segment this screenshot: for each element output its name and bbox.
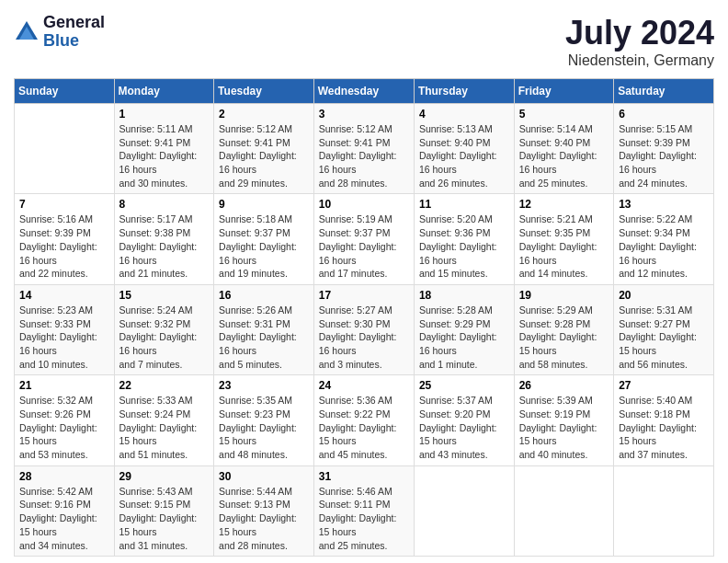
calendar-cell: 4Sunrise: 5:13 AMSunset: 9:40 PMDaylight… bbox=[414, 104, 514, 194]
calendar-cell: 17Sunrise: 5:27 AMSunset: 9:30 PMDayligh… bbox=[313, 284, 414, 374]
day-info: Sunrise: 5:31 AMSunset: 9:27 PMDaylight:… bbox=[619, 304, 709, 371]
day-number: 3 bbox=[319, 108, 409, 121]
day-info: Sunrise: 5:42 AMSunset: 9:16 PMDaylight:… bbox=[19, 485, 109, 552]
month-year-title: July 2024 bbox=[565, 14, 714, 52]
calendar-cell: 8Sunrise: 5:17 AMSunset: 9:38 PMDaylight… bbox=[114, 194, 214, 284]
calendar-cell: 15Sunrise: 5:24 AMSunset: 9:32 PMDayligh… bbox=[114, 284, 214, 374]
calendar-body: 1Sunrise: 5:11 AMSunset: 9:41 PMDaylight… bbox=[15, 104, 714, 557]
calendar-cell: 18Sunrise: 5:28 AMSunset: 9:29 PMDayligh… bbox=[414, 284, 514, 374]
day-info: Sunrise: 5:15 AMSunset: 9:39 PMDaylight:… bbox=[619, 122, 709, 190]
calendar-cell: 28Sunrise: 5:42 AMSunset: 9:16 PMDayligh… bbox=[15, 465, 115, 556]
day-number: 31 bbox=[319, 470, 409, 483]
day-number: 20 bbox=[619, 289, 709, 302]
day-number: 2 bbox=[219, 108, 309, 121]
day-number: 7 bbox=[19, 198, 109, 211]
day-info: Sunrise: 5:14 AMSunset: 9:40 PMDaylight:… bbox=[519, 122, 609, 190]
day-number: 13 bbox=[619, 198, 709, 211]
day-number: 27 bbox=[619, 379, 709, 392]
calendar-cell: 29Sunrise: 5:43 AMSunset: 9:15 PMDayligh… bbox=[114, 465, 214, 556]
calendar-cell: 30Sunrise: 5:44 AMSunset: 9:13 PMDayligh… bbox=[214, 465, 314, 556]
col-thursday: Thursday bbox=[414, 79, 514, 104]
day-number: 19 bbox=[519, 289, 609, 302]
col-sunday: Sunday bbox=[15, 79, 115, 104]
calendar-cell: 19Sunrise: 5:29 AMSunset: 9:28 PMDayligh… bbox=[514, 284, 614, 374]
calendar-cell bbox=[614, 465, 714, 556]
day-number: 6 bbox=[619, 108, 709, 121]
calendar-cell: 22Sunrise: 5:33 AMSunset: 9:24 PMDayligh… bbox=[114, 375, 214, 465]
calendar-cell: 31Sunrise: 5:46 AMSunset: 9:11 PMDayligh… bbox=[313, 465, 414, 556]
day-number: 10 bbox=[319, 198, 409, 211]
col-monday: Monday bbox=[114, 79, 214, 104]
day-info: Sunrise: 5:35 AMSunset: 9:23 PMDaylight:… bbox=[219, 394, 309, 461]
day-info: Sunrise: 5:12 AMSunset: 9:41 PMDaylight:… bbox=[219, 122, 309, 190]
col-friday: Friday bbox=[514, 79, 614, 104]
day-info: Sunrise: 5:23 AMSunset: 9:33 PMDaylight:… bbox=[19, 304, 109, 371]
calendar-header: Sunday Monday Tuesday Wednesday Thursday… bbox=[15, 79, 714, 104]
day-info: Sunrise: 5:46 AMSunset: 9:11 PMDaylight:… bbox=[319, 485, 409, 552]
col-saturday: Saturday bbox=[614, 79, 714, 104]
calendar-cell: 23Sunrise: 5:35 AMSunset: 9:23 PMDayligh… bbox=[214, 375, 314, 465]
calendar-cell: 16Sunrise: 5:26 AMSunset: 9:31 PMDayligh… bbox=[214, 284, 314, 374]
calendar-cell bbox=[414, 465, 514, 556]
day-info: Sunrise: 5:44 AMSunset: 9:13 PMDaylight:… bbox=[219, 485, 309, 552]
logo: General Blue bbox=[14, 14, 105, 51]
calendar-cell: 12Sunrise: 5:21 AMSunset: 9:35 PMDayligh… bbox=[514, 194, 614, 284]
day-number: 25 bbox=[419, 379, 509, 392]
day-number: 4 bbox=[419, 108, 509, 121]
day-number: 22 bbox=[119, 379, 210, 392]
day-info: Sunrise: 5:20 AMSunset: 9:36 PMDaylight:… bbox=[419, 213, 509, 280]
day-number: 1 bbox=[119, 108, 210, 121]
day-number: 21 bbox=[19, 379, 109, 392]
day-info: Sunrise: 5:11 AMSunset: 9:41 PMDaylight:… bbox=[119, 122, 210, 190]
day-info: Sunrise: 5:22 AMSunset: 9:34 PMDaylight:… bbox=[619, 213, 709, 280]
day-number: 14 bbox=[19, 289, 109, 302]
day-info: Sunrise: 5:32 AMSunset: 9:26 PMDaylight:… bbox=[19, 394, 109, 461]
day-number: 15 bbox=[119, 289, 210, 302]
header-row: Sunday Monday Tuesday Wednesday Thursday… bbox=[15, 79, 714, 104]
day-number: 29 bbox=[119, 470, 210, 483]
calendar-cell: 9Sunrise: 5:18 AMSunset: 9:37 PMDaylight… bbox=[214, 194, 314, 284]
calendar-cell: 10Sunrise: 5:19 AMSunset: 9:37 PMDayligh… bbox=[313, 194, 414, 284]
day-info: Sunrise: 5:19 AMSunset: 9:37 PMDaylight:… bbox=[319, 213, 409, 280]
day-number: 26 bbox=[519, 379, 609, 392]
calendar-cell: 13Sunrise: 5:22 AMSunset: 9:34 PMDayligh… bbox=[614, 194, 714, 284]
day-info: Sunrise: 5:12 AMSunset: 9:41 PMDaylight:… bbox=[319, 122, 409, 190]
calendar-cell: 27Sunrise: 5:40 AMSunset: 9:18 PMDayligh… bbox=[614, 375, 714, 465]
logo-text: General Blue bbox=[43, 14, 105, 51]
calendar-cell bbox=[15, 104, 115, 194]
calendar-cell bbox=[514, 465, 614, 556]
day-number: 8 bbox=[119, 198, 210, 211]
title-block: July 2024 Niedenstein, Germany bbox=[565, 14, 714, 69]
col-wednesday: Wednesday bbox=[313, 79, 414, 104]
calendar-table: Sunday Monday Tuesday Wednesday Thursday… bbox=[14, 78, 714, 557]
day-number: 9 bbox=[219, 198, 309, 211]
day-number: 30 bbox=[219, 470, 309, 483]
day-number: 28 bbox=[19, 470, 109, 483]
day-info: Sunrise: 5:24 AMSunset: 9:32 PMDaylight:… bbox=[119, 304, 210, 371]
day-info: Sunrise: 5:28 AMSunset: 9:29 PMDaylight:… bbox=[419, 304, 509, 371]
calendar-week-3: 14Sunrise: 5:23 AMSunset: 9:33 PMDayligh… bbox=[15, 284, 714, 374]
calendar-cell: 25Sunrise: 5:37 AMSunset: 9:20 PMDayligh… bbox=[414, 375, 514, 465]
calendar-cell: 7Sunrise: 5:16 AMSunset: 9:39 PMDaylight… bbox=[15, 194, 115, 284]
day-info: Sunrise: 5:18 AMSunset: 9:37 PMDaylight:… bbox=[219, 213, 309, 280]
calendar-cell: 24Sunrise: 5:36 AMSunset: 9:22 PMDayligh… bbox=[313, 375, 414, 465]
day-number: 12 bbox=[519, 198, 609, 211]
day-info: Sunrise: 5:17 AMSunset: 9:38 PMDaylight:… bbox=[119, 213, 210, 280]
calendar-cell: 20Sunrise: 5:31 AMSunset: 9:27 PMDayligh… bbox=[614, 284, 714, 374]
day-number: 24 bbox=[319, 379, 409, 392]
calendar-cell: 26Sunrise: 5:39 AMSunset: 9:19 PMDayligh… bbox=[514, 375, 614, 465]
header: General Blue July 2024 Niedenstein, Germ… bbox=[14, 14, 714, 69]
col-tuesday: Tuesday bbox=[214, 79, 314, 104]
calendar-cell: 21Sunrise: 5:32 AMSunset: 9:26 PMDayligh… bbox=[15, 375, 115, 465]
day-info: Sunrise: 5:36 AMSunset: 9:22 PMDaylight:… bbox=[319, 394, 409, 461]
calendar-cell: 14Sunrise: 5:23 AMSunset: 9:33 PMDayligh… bbox=[15, 284, 115, 374]
day-number: 18 bbox=[419, 289, 509, 302]
day-info: Sunrise: 5:13 AMSunset: 9:40 PMDaylight:… bbox=[419, 122, 509, 190]
day-number: 23 bbox=[219, 379, 309, 392]
day-number: 5 bbox=[519, 108, 609, 121]
day-info: Sunrise: 5:37 AMSunset: 9:20 PMDaylight:… bbox=[419, 394, 509, 461]
day-info: Sunrise: 5:40 AMSunset: 9:18 PMDaylight:… bbox=[619, 394, 709, 461]
calendar-cell: 6Sunrise: 5:15 AMSunset: 9:39 PMDaylight… bbox=[614, 104, 714, 194]
calendar-week-2: 7Sunrise: 5:16 AMSunset: 9:39 PMDaylight… bbox=[15, 194, 714, 284]
day-info: Sunrise: 5:26 AMSunset: 9:31 PMDaylight:… bbox=[219, 304, 309, 371]
